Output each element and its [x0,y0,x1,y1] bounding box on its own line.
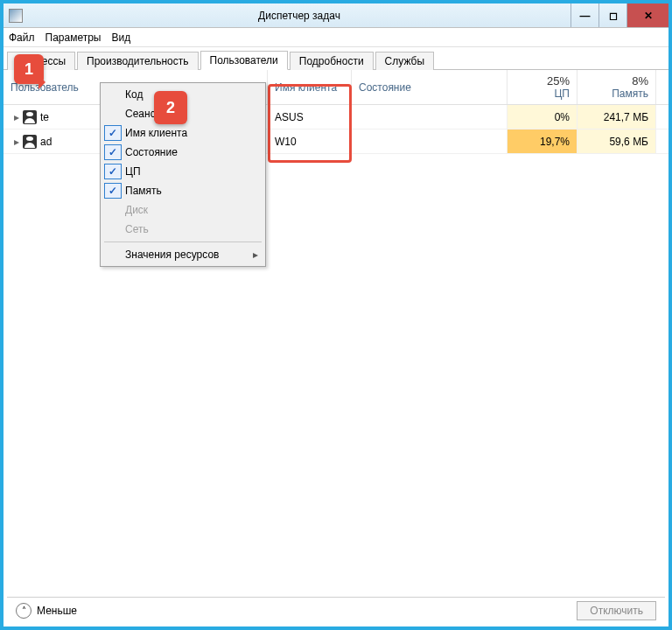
header-mem-label: Память [612,88,648,100]
header-memory[interactable]: 8% Память [578,70,656,104]
menu-options[interactable]: Параметры [46,32,102,44]
window-title: Диспетчер задач [28,10,570,22]
menu-item-disk: Диск [102,200,263,220]
menu-view[interactable]: Вид [111,32,130,44]
tab-performance[interactable]: Производительность [77,52,198,70]
tab-services[interactable]: Службы [375,52,434,70]
header-state-label: Состояние [359,81,500,94]
menu-item-label: Состояние [125,146,178,158]
menu-item-network: Сеть [102,220,263,239]
maximize-button[interactable]: ◻ [598,4,626,27]
app-icon [9,9,23,23]
menu-item-label: Память [125,185,162,197]
menu-item-state[interactable]: ✓Состояние [102,143,263,162]
header-cpu-label: ЦП [554,88,570,100]
tabstrip: Процессы Производительность Пользователи… [4,47,668,70]
expand-icon[interactable]: ▸ [10,111,23,123]
cell-client: W10 [268,130,352,153]
footer: ˄ Меньше Отключить [7,597,665,623]
menu-item-label: Имя клиента [125,127,187,139]
menu-separator [104,242,262,242]
header-cpu[interactable]: 25% ЦП [508,70,578,104]
header-cpu-pct: 25% [547,74,570,88]
close-button[interactable]: ✕ [626,4,668,27]
user-name: ad [40,136,52,148]
menu-item-label: Сеанс [125,108,156,120]
menu-item-client[interactable]: ✓Имя клиента [102,123,263,143]
titlebar[interactable]: Диспетчер задач — ◻ ✕ [4,4,668,28]
cell-client: ASUS [268,105,352,129]
task-manager-window: Диспетчер задач — ◻ ✕ Файл Параметры Вид… [0,0,672,630]
menu-item-label: ЦП [125,165,141,178]
menu-item-label: Сеть [125,223,149,235]
menu-item-label: Код [125,88,143,101]
annotation-callout-1: 1 [14,54,44,84]
expand-icon[interactable]: ▸ [10,136,23,148]
header-client[interactable]: Имя клиента [268,70,352,104]
submenu-arrow-icon: ▸ [253,248,258,261]
menubar: Файл Параметры Вид [4,28,668,47]
menu-item-resource-values[interactable]: Значения ресурсов▸ [102,245,263,264]
user-name: te [40,111,49,123]
check-icon: ✓ [104,144,122,160]
check-icon: ✓ [104,183,122,199]
annotation-callout-2: 2 [154,91,187,124]
menu-item-label: Значения ресурсов [125,248,219,261]
fewer-details-button[interactable]: Меньше [37,605,77,617]
menu-item-cpu[interactable]: ✓ЦП [102,162,263,181]
cell-cpu: 19,7% [508,130,578,153]
header-state[interactable]: Состояние [352,70,508,104]
header-client-label: Имя клиента [275,81,344,94]
menu-item-memory[interactable]: ✓Память [102,181,263,200]
header-mem-pct: 8% [632,74,648,88]
cell-state [352,130,508,153]
cell-cpu: 0% [508,105,578,129]
user-icon [23,110,37,124]
cell-memory: 241,7 МБ [578,105,656,129]
cell-state [352,105,508,129]
tab-details[interactable]: Подробности [290,52,374,70]
minimize-button[interactable]: — [570,4,598,27]
cell-memory: 59,6 МБ [578,130,656,153]
check-icon: ✓ [104,125,122,141]
check-icon: ✓ [104,164,122,179]
tab-users[interactable]: Пользователи [200,51,288,70]
collapse-icon[interactable]: ˄ [16,603,32,619]
menu-item-label: Диск [125,204,148,216]
menu-file[interactable]: Файл [9,32,35,44]
user-icon [23,135,37,149]
disconnect-button[interactable]: Отключить [577,601,656,620]
